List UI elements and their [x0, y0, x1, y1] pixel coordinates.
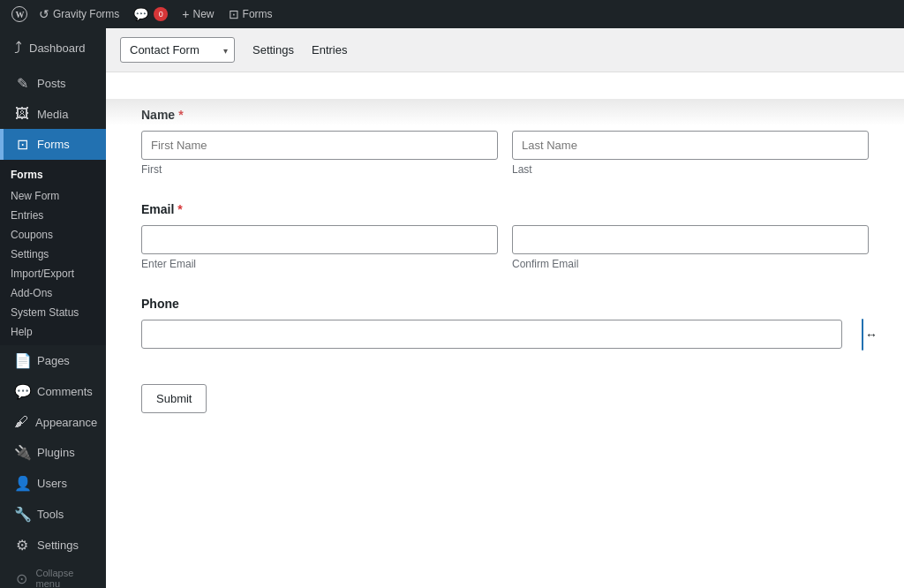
collapse-label: Collapse menu [36, 568, 95, 588]
enter-email-sublabel: Enter Email [141, 258, 498, 270]
sidebar: ⤴ Dashboard ✎ Posts 🖼 Media ⊡ Forms Form… [0, 28, 106, 588]
phone-input[interactable] [141, 320, 842, 349]
first-name-input[interactable] [141, 131, 498, 160]
enter-email-input[interactable] [141, 225, 498, 254]
plugins-icon: 🔌 [14, 444, 30, 461]
forms-admin-icon: ⊡ [229, 7, 239, 21]
sidebar-item-plugins[interactable]: 🔌 Plugins [0, 437, 106, 468]
sidebar-item-appearance[interactable]: 🖌 Appearance [0, 407, 106, 437]
comment-count-badge: 0 [154, 7, 168, 21]
confirm-email-sublabel: Confirm Email [512, 258, 869, 270]
submenu-add-ons[interactable]: Add-Ons [0, 283, 106, 303]
collapse-menu-button[interactable]: ⊙ Collapse menu [0, 561, 106, 588]
forms-submenu-heading: Forms [0, 163, 106, 186]
last-name-sublabel: Last [512, 163, 869, 176]
name-field-group: Name * First Last [141, 108, 869, 176]
email-required-indicator: * [177, 202, 182, 216]
submenu-import-export[interactable]: Import/Export [0, 264, 106, 283]
resize-line [862, 319, 863, 351]
svg-text:W: W [16, 10, 25, 19]
email-field-group: Email * Enter Email Confirm Email [141, 202, 869, 270]
phone-field-group: Phone ↔ [141, 297, 869, 349]
appearance-icon: 🖌 [14, 414, 28, 430]
users-label: Users [37, 477, 67, 490]
name-required-indicator: * [178, 108, 183, 122]
phone-field-wrapper: ↔ [141, 320, 869, 349]
new-admin-link[interactable]: + New [175, 0, 221, 28]
settings-label: Settings [37, 539, 79, 552]
main-layout: ⤴ Dashboard ✎ Posts 🖼 Media ⊡ Forms Form… [0, 28, 904, 588]
share-icon: ⤴ [14, 39, 22, 57]
sidebar-item-dashboard[interactable]: ⤴ Dashboard [0, 28, 106, 68]
last-name-col: Last [512, 131, 869, 176]
gravity-forms-icon: ↺ [39, 7, 49, 21]
comments-label: Comments [37, 385, 93, 398]
confirm-email-col: Confirm Email [512, 225, 869, 270]
entries-nav-link[interactable]: Entries [312, 40, 347, 60]
confirm-email-input[interactable] [512, 225, 869, 254]
users-icon: 👤 [14, 475, 30, 492]
forms-label: Forms [37, 138, 70, 151]
comment-icon: 💬 [133, 7, 148, 21]
sidebar-item-posts[interactable]: ✎ Posts [0, 68, 106, 99]
posts-label: Posts [37, 77, 66, 90]
sidebar-item-media[interactable]: 🖼 Media [0, 99, 106, 129]
wp-logo[interactable]: W [7, 0, 32, 28]
submenu-entries[interactable]: Entries [0, 206, 106, 225]
comments-icon: 💬 [14, 383, 30, 400]
new-icon: + [182, 7, 189, 21]
last-name-input[interactable] [512, 131, 869, 160]
first-name-col: First [141, 131, 498, 176]
sidebar-item-forms[interactable]: ⊡ Forms [0, 129, 106, 160]
pages-icon: 📄 [14, 352, 30, 369]
admin-bar: W ↺ Gravity Forms 💬 0 + New ⊡ Forms [0, 0, 904, 28]
forms-submenu: Forms New Form Entries Coupons Settings … [0, 160, 106, 345]
forms-icon: ⊡ [14, 136, 30, 153]
tools-label: Tools [37, 508, 64, 521]
form-select-wrapper: Contact Form ▾ [120, 37, 235, 63]
sidebar-item-pages[interactable]: 📄 Pages [0, 345, 106, 376]
tools-icon: 🔧 [14, 506, 30, 523]
collapse-icon: ⊙ [14, 570, 29, 587]
name-field-label: Name * [141, 108, 869, 122]
form-selector[interactable]: Contact Form [120, 37, 235, 63]
pages-label: Pages [37, 354, 70, 367]
sidebar-item-tools[interactable]: 🔧 Tools [0, 499, 106, 530]
media-label: Media [37, 108, 68, 121]
sub-header: Contact Form ▾ Settings Entries [106, 28, 904, 72]
sidebar-item-settings[interactable]: ⚙ Settings [0, 530, 106, 561]
email-field-row: Enter Email Confirm Email [141, 225, 869, 270]
appearance-label: Appearance [35, 416, 97, 429]
form-content: Name * First Last Email [106, 72, 904, 588]
settings-nav-link[interactable]: Settings [252, 40, 294, 60]
name-field-row: First Last [141, 131, 869, 176]
plugins-label: Plugins [37, 446, 75, 459]
submit-button[interactable]: Submit [141, 384, 207, 413]
comments-admin-link[interactable]: 💬 0 [126, 0, 175, 28]
submenu-help[interactable]: Help [0, 322, 106, 342]
sidebar-item-users[interactable]: 👤 Users [0, 468, 106, 499]
resize-arrow-icon: ↔ [865, 328, 878, 341]
forms-admin-link[interactable]: ⊡ Forms [222, 0, 280, 28]
submenu-system-status[interactable]: System Status [0, 303, 106, 322]
dashboard-label: Dashboard [29, 41, 86, 55]
enter-email-col: Enter Email [141, 225, 498, 270]
gravity-forms-admin-link[interactable]: ↺ Gravity Forms [32, 0, 126, 28]
sidebar-item-comments[interactable]: 💬 Comments [0, 376, 106, 407]
media-icon: 🖼 [14, 106, 30, 122]
resize-handle[interactable]: ↔ [862, 319, 878, 351]
submenu-coupons[interactable]: Coupons [0, 225, 106, 245]
phone-field-label: Phone [141, 297, 869, 311]
submenu-new-form[interactable]: New Form [0, 186, 106, 206]
email-field-label: Email * [141, 202, 869, 216]
submenu-settings[interactable]: Settings [0, 245, 106, 264]
settings-icon: ⚙ [14, 537, 30, 554]
content-area: Contact Form ▾ Settings Entries Name * F… [106, 28, 904, 588]
posts-icon: ✎ [14, 75, 30, 92]
first-name-sublabel: First [141, 163, 498, 176]
